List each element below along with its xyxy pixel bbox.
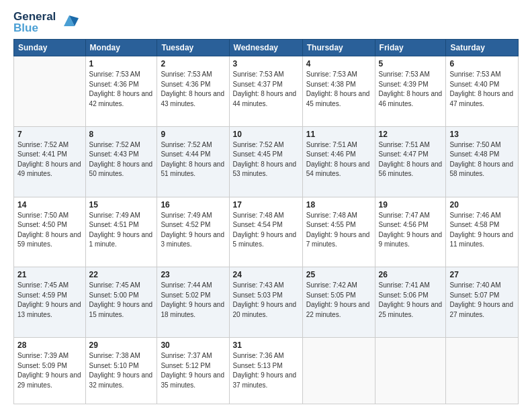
calendar-cell: 11Sunrise: 7:51 AMSunset: 4:46 PMDayligh… xyxy=(302,126,375,197)
day-number: 15 xyxy=(89,200,154,210)
day-number: 28 xyxy=(17,340,82,350)
day-number: 10 xyxy=(233,130,299,139)
calendar-cell: 12Sunrise: 7:51 AMSunset: 4:47 PMDayligh… xyxy=(375,126,446,197)
calendar-cell xyxy=(446,338,519,404)
calendar-cell: 26Sunrise: 7:41 AMSunset: 5:06 PMDayligh… xyxy=(375,267,446,338)
day-info: Sunrise: 7:50 AMSunset: 4:48 PMDaylight:… xyxy=(449,140,515,179)
weekday-header-row: SundayMondayTuesdayWednesdayThursdayFrid… xyxy=(14,40,519,56)
calendar-cell: 1Sunrise: 7:53 AMSunset: 4:36 PMDaylight… xyxy=(85,56,157,127)
day-number: 23 xyxy=(161,270,225,279)
day-number: 21 xyxy=(17,270,82,279)
day-info: Sunrise: 7:36 AMSunset: 5:13 PMDaylight:… xyxy=(233,351,299,390)
day-info: Sunrise: 7:45 AMSunset: 4:59 PMDaylight:… xyxy=(17,281,82,320)
day-number: 7 xyxy=(17,130,82,139)
calendar-cell: 23Sunrise: 7:44 AMSunset: 5:02 PMDayligh… xyxy=(157,267,229,338)
calendar-cell: 17Sunrise: 7:48 AMSunset: 4:54 PMDayligh… xyxy=(229,197,302,267)
calendar-cell: 19Sunrise: 7:47 AMSunset: 4:56 PMDayligh… xyxy=(375,197,446,267)
day-info: Sunrise: 7:49 AMSunset: 4:51 PMDaylight:… xyxy=(89,211,154,250)
day-number: 12 xyxy=(379,130,443,139)
calendar-cell: 28Sunrise: 7:39 AMSunset: 5:09 PMDayligh… xyxy=(14,338,86,404)
calendar-table: SundayMondayTuesdayWednesdayThursdayFrid… xyxy=(13,39,519,404)
logo-text-blue: Blue xyxy=(13,22,56,34)
weekday-header-tuesday: Tuesday xyxy=(157,40,229,56)
logo-text-general: General xyxy=(13,11,56,22)
day-info: Sunrise: 7:53 AMSunset: 4:37 PMDaylight:… xyxy=(233,70,299,109)
day-info: Sunrise: 7:44 AMSunset: 5:02 PMDaylight:… xyxy=(161,281,225,320)
header: General Blue xyxy=(13,11,519,34)
day-number: 30 xyxy=(161,340,225,350)
day-info: Sunrise: 7:45 AMSunset: 5:00 PMDaylight:… xyxy=(89,281,154,320)
day-info: Sunrise: 7:52 AMSunset: 4:41 PMDaylight:… xyxy=(17,140,82,179)
day-number: 22 xyxy=(89,270,154,279)
day-info: Sunrise: 7:40 AMSunset: 5:07 PMDaylight:… xyxy=(449,281,515,320)
calendar-cell: 25Sunrise: 7:42 AMSunset: 5:05 PMDayligh… xyxy=(302,267,375,338)
day-info: Sunrise: 7:50 AMSunset: 4:50 PMDaylight:… xyxy=(17,211,82,250)
calendar-cell xyxy=(14,56,86,127)
calendar-cell: 13Sunrise: 7:50 AMSunset: 4:48 PMDayligh… xyxy=(446,126,519,197)
calendar-cell: 6Sunrise: 7:53 AMSunset: 4:40 PMDaylight… xyxy=(446,56,519,127)
day-number: 31 xyxy=(233,340,299,350)
day-number: 6 xyxy=(449,59,515,68)
logo-icon xyxy=(60,11,79,30)
day-number: 5 xyxy=(379,59,443,68)
day-info: Sunrise: 7:53 AMSunset: 4:36 PMDaylight:… xyxy=(89,70,154,109)
calendar-cell: 7Sunrise: 7:52 AMSunset: 4:41 PMDaylight… xyxy=(14,126,86,197)
logo: General Blue xyxy=(13,11,79,34)
day-number: 24 xyxy=(233,270,299,279)
day-info: Sunrise: 7:52 AMSunset: 4:43 PMDaylight:… xyxy=(89,140,154,179)
day-info: Sunrise: 7:49 AMSunset: 4:52 PMDaylight:… xyxy=(161,211,225,250)
day-number: 18 xyxy=(306,200,371,210)
day-info: Sunrise: 7:51 AMSunset: 4:46 PMDaylight:… xyxy=(306,140,371,179)
day-number: 8 xyxy=(89,130,154,139)
day-number: 11 xyxy=(306,130,371,139)
weekday-header-sunday: Sunday xyxy=(14,40,86,56)
calendar-cell: 30Sunrise: 7:37 AMSunset: 5:12 PMDayligh… xyxy=(157,338,229,404)
day-info: Sunrise: 7:53 AMSunset: 4:38 PMDaylight:… xyxy=(306,70,371,109)
day-info: Sunrise: 7:42 AMSunset: 5:05 PMDaylight:… xyxy=(306,281,371,320)
day-number: 17 xyxy=(233,200,299,210)
weekday-header-wednesday: Wednesday xyxy=(229,40,302,56)
calendar-cell: 21Sunrise: 7:45 AMSunset: 4:59 PMDayligh… xyxy=(14,267,86,338)
day-info: Sunrise: 7:48 AMSunset: 4:54 PMDaylight:… xyxy=(233,211,299,250)
day-info: Sunrise: 7:43 AMSunset: 5:03 PMDaylight:… xyxy=(233,281,299,320)
calendar-cell xyxy=(375,338,446,404)
day-number: 29 xyxy=(89,340,154,350)
day-info: Sunrise: 7:51 AMSunset: 4:47 PMDaylight:… xyxy=(379,140,443,179)
calendar-cell: 10Sunrise: 7:52 AMSunset: 4:45 PMDayligh… xyxy=(229,126,302,197)
calendar-cell: 29Sunrise: 7:38 AMSunset: 5:10 PMDayligh… xyxy=(85,338,157,404)
calendar-cell: 2Sunrise: 7:53 AMSunset: 4:36 PMDaylight… xyxy=(157,56,229,127)
day-info: Sunrise: 7:53 AMSunset: 4:40 PMDaylight:… xyxy=(449,70,515,109)
day-number: 16 xyxy=(161,200,225,210)
day-info: Sunrise: 7:53 AMSunset: 4:39 PMDaylight:… xyxy=(379,70,443,109)
weekday-header-friday: Friday xyxy=(375,40,446,56)
calendar-cell: 27Sunrise: 7:40 AMSunset: 5:07 PMDayligh… xyxy=(446,267,519,338)
day-number: 27 xyxy=(449,270,515,279)
calendar-cell: 5Sunrise: 7:53 AMSunset: 4:39 PMDaylight… xyxy=(375,56,446,127)
day-number: 2 xyxy=(161,59,225,68)
day-number: 3 xyxy=(233,59,299,68)
calendar-cell: 20Sunrise: 7:46 AMSunset: 4:58 PMDayligh… xyxy=(446,197,519,267)
day-number: 4 xyxy=(306,59,371,68)
calendar-cell xyxy=(302,338,375,404)
calendar-cell: 15Sunrise: 7:49 AMSunset: 4:51 PMDayligh… xyxy=(85,197,157,267)
calendar-cell: 18Sunrise: 7:48 AMSunset: 4:55 PMDayligh… xyxy=(302,197,375,267)
day-number: 14 xyxy=(17,200,82,210)
calendar-cell: 16Sunrise: 7:49 AMSunset: 4:52 PMDayligh… xyxy=(157,197,229,267)
page: General Blue SundayMondayTuesdayWednesda… xyxy=(0,0,532,411)
calendar-cell: 31Sunrise: 7:36 AMSunset: 5:13 PMDayligh… xyxy=(229,338,302,404)
calendar-cell: 8Sunrise: 7:52 AMSunset: 4:43 PMDaylight… xyxy=(85,126,157,197)
day-number: 19 xyxy=(379,200,443,210)
day-info: Sunrise: 7:41 AMSunset: 5:06 PMDaylight:… xyxy=(379,281,443,320)
day-number: 26 xyxy=(379,270,443,279)
day-info: Sunrise: 7:52 AMSunset: 4:44 PMDaylight:… xyxy=(161,140,225,179)
calendar-cell: 9Sunrise: 7:52 AMSunset: 4:44 PMDaylight… xyxy=(157,126,229,197)
day-info: Sunrise: 7:48 AMSunset: 4:55 PMDaylight:… xyxy=(306,211,371,250)
weekday-header-thursday: Thursday xyxy=(302,40,375,56)
day-number: 9 xyxy=(161,130,225,139)
weekday-header-saturday: Saturday xyxy=(446,40,519,56)
calendar-cell: 4Sunrise: 7:53 AMSunset: 4:38 PMDaylight… xyxy=(302,56,375,127)
day-number: 13 xyxy=(449,130,515,139)
calendar-cell: 22Sunrise: 7:45 AMSunset: 5:00 PMDayligh… xyxy=(85,267,157,338)
day-info: Sunrise: 7:39 AMSunset: 5:09 PMDaylight:… xyxy=(17,351,82,390)
calendar-cell: 24Sunrise: 7:43 AMSunset: 5:03 PMDayligh… xyxy=(229,267,302,338)
